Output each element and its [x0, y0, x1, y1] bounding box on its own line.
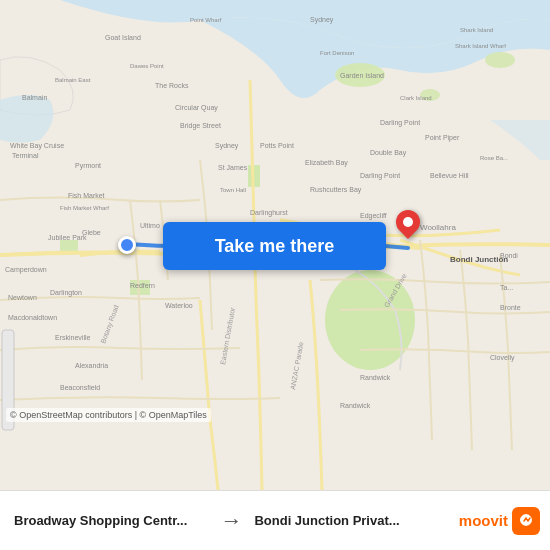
svg-text:Ultimo: Ultimo	[140, 222, 160, 229]
svg-point-7	[485, 52, 515, 68]
svg-text:Fish Market: Fish Market	[68, 192, 105, 199]
to-label: Bondi Junction Privat...	[254, 513, 448, 528]
svg-text:Elizabeth Bay: Elizabeth Bay	[305, 159, 348, 167]
moovit-brand-text: moovit	[459, 512, 508, 529]
from-location: Broadway Shopping Centr...	[10, 513, 212, 528]
svg-text:Balmain East: Balmain East	[55, 77, 91, 83]
svg-text:Glebe: Glebe	[82, 229, 101, 236]
moovit-logo: moovit	[453, 507, 540, 535]
take-me-there-button[interactable]: Take me there	[163, 222, 386, 270]
svg-text:St James: St James	[218, 164, 248, 171]
svg-text:Garden Island: Garden Island	[340, 72, 384, 79]
bottom-bar: Broadway Shopping Centr... → Bondi Junct…	[0, 490, 550, 550]
svg-text:Pyrmont: Pyrmont	[75, 162, 101, 170]
svg-text:White Bay Cruise: White Bay Cruise	[10, 142, 64, 150]
moovit-icon-svg	[517, 512, 535, 530]
svg-text:Beaconsfield: Beaconsfield	[60, 384, 100, 391]
osm-attribution: © OpenStreetMap contributors | © OpenMap…	[6, 408, 211, 422]
svg-text:Ta...: Ta...	[500, 284, 513, 291]
svg-text:Balmain: Balmain	[22, 94, 47, 101]
svg-text:Goat Island: Goat Island	[105, 34, 141, 41]
svg-text:Camperdown: Camperdown	[5, 266, 47, 274]
svg-text:Waterloo: Waterloo	[165, 302, 193, 309]
to-location: Bondi Junction Privat...	[250, 513, 452, 528]
svg-text:Town Hall: Town Hall	[220, 187, 246, 193]
svg-text:Newtown: Newtown	[8, 294, 37, 301]
svg-text:Randwick: Randwick	[360, 374, 391, 381]
svg-text:Bridge Street: Bridge Street	[180, 122, 221, 130]
svg-text:Randwick: Randwick	[340, 402, 371, 409]
svg-text:The Rocks: The Rocks	[155, 82, 189, 89]
svg-text:Rose Ba...: Rose Ba...	[480, 155, 508, 161]
svg-text:Bellevue Hill: Bellevue Hill	[430, 172, 469, 179]
svg-text:Redfern: Redfern	[130, 282, 155, 289]
svg-text:Bronte: Bronte	[500, 304, 521, 311]
svg-text:Woollahra: Woollahra	[420, 223, 456, 232]
origin-marker	[118, 236, 136, 254]
svg-text:Fort Denison: Fort Denison	[320, 50, 354, 56]
svg-text:Macdonaldtown: Macdonaldtown	[8, 314, 57, 321]
svg-text:Circular Quay: Circular Quay	[175, 104, 218, 112]
svg-text:Bondi: Bondi	[500, 252, 518, 259]
svg-text:Edgecliff: Edgecliff	[360, 212, 387, 220]
from-label: Broadway Shopping Centr...	[14, 513, 208, 528]
direction-arrow: →	[212, 508, 250, 534]
svg-text:Fish Market Wharf: Fish Market Wharf	[60, 205, 109, 211]
svg-text:Darling Point: Darling Point	[360, 172, 400, 180]
svg-text:Erskineville: Erskineville	[55, 334, 91, 341]
svg-text:Sydney: Sydney	[215, 142, 239, 150]
svg-text:Darlington: Darlington	[50, 289, 82, 297]
svg-text:Terminal: Terminal	[12, 152, 39, 159]
svg-text:Dawes Point: Dawes Point	[130, 63, 164, 69]
svg-text:Darling Point: Darling Point	[380, 119, 420, 127]
svg-text:Shark Island Wharf: Shark Island Wharf	[455, 43, 506, 49]
map-container: Balmain Balmain East Goat Island Point W…	[0, 0, 550, 490]
svg-text:Clovelly: Clovelly	[490, 354, 515, 362]
svg-text:Potts Point: Potts Point	[260, 142, 294, 149]
svg-text:Rushcutters Bay: Rushcutters Bay	[310, 186, 362, 194]
svg-text:Shark Island: Shark Island	[460, 27, 493, 33]
svg-text:Sydney: Sydney	[310, 16, 334, 24]
svg-text:Alexandria: Alexandria	[75, 362, 108, 369]
svg-text:Point Piper: Point Piper	[425, 134, 460, 142]
svg-text:Double Bay: Double Bay	[370, 149, 407, 157]
svg-text:Darlinghurst: Darlinghurst	[250, 209, 288, 217]
svg-text:Point Wharf: Point Wharf	[190, 17, 222, 23]
svg-text:Clark Island: Clark Island	[400, 95, 432, 101]
moovit-logo-icon	[512, 507, 540, 535]
